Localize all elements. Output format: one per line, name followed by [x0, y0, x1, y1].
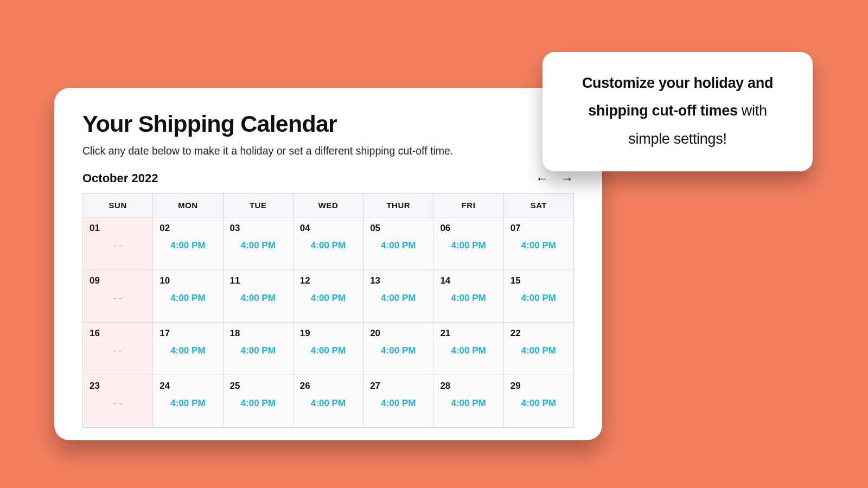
calendar-day[interactable]: 16- - — [83, 323, 153, 375]
cutoff-time: 4:00 PM — [230, 293, 286, 304]
day-number: 29 — [510, 381, 567, 391]
weekday-header: TUE — [223, 194, 293, 217]
arrow-left-icon: ← — [535, 172, 548, 185]
weekday-header: THUR — [363, 194, 433, 217]
cutoff-time: 4:00 PM — [440, 345, 496, 356]
cutoff-time: 4:00 PM — [159, 240, 216, 251]
cutoff-time: 4:00 PM — [370, 398, 426, 409]
day-number: 10 — [159, 275, 216, 286]
day-number: 17 — [159, 328, 216, 339]
month-label: October 2022 — [82, 171, 158, 185]
calendar-day[interactable]: 174:00 PM — [153, 323, 223, 375]
day-number: 02 — [159, 223, 216, 234]
day-number: 14 — [440, 275, 496, 286]
day-number: 28 — [440, 381, 496, 391]
cutoff-time: - - — [90, 398, 146, 409]
cutoff-time: - - — [90, 240, 146, 251]
cutoff-time: 4:00 PM — [440, 293, 496, 304]
cutoff-time: 4:00 PM — [510, 345, 567, 356]
cutoff-time: 4:00 PM — [440, 240, 496, 251]
calendar-day[interactable]: 09- - — [83, 270, 153, 323]
day-number: 27 — [370, 381, 426, 391]
calendar-day[interactable]: 184:00 PM — [223, 323, 293, 375]
day-number: 04 — [300, 223, 356, 234]
day-number: 24 — [159, 381, 216, 391]
calendar-day[interactable]: 034:00 PM — [223, 217, 293, 270]
day-number: 16 — [90, 328, 146, 339]
cutoff-time: 4:00 PM — [159, 398, 216, 409]
weekday-header: FRI — [433, 194, 503, 217]
feature-callout: Customize your holiday and shipping cut-… — [542, 52, 813, 171]
day-number: 18 — [230, 328, 286, 339]
cutoff-time: 4:00 PM — [370, 293, 426, 304]
calendar-day[interactable]: 01- - — [83, 217, 153, 270]
calendar-table: SUNMONTUEWEDTHURFRISAT 01- -024:00 PM034… — [82, 193, 574, 428]
cutoff-time: 4:00 PM — [230, 240, 286, 251]
arrow-right-icon: → — [560, 172, 573, 185]
calendar-day[interactable]: 064:00 PM — [433, 217, 503, 270]
cutoff-time: 4:00 PM — [300, 293, 356, 304]
calendar-day[interactable]: 124:00 PM — [293, 270, 363, 323]
calendar-day[interactable]: 274:00 PM — [363, 375, 433, 428]
month-nav-row: October 2022 ← → — [82, 171, 574, 185]
day-number: 15 — [510, 275, 567, 286]
cutoff-time: 4:00 PM — [230, 398, 286, 409]
prev-month-button[interactable]: ← — [535, 171, 549, 185]
day-number: 13 — [370, 275, 426, 286]
cutoff-time: 4:00 PM — [300, 345, 356, 356]
calendar-day[interactable]: 244:00 PM — [153, 375, 223, 428]
calendar-day[interactable]: 194:00 PM — [293, 323, 363, 375]
day-number: 09 — [90, 275, 146, 286]
day-number: 21 — [440, 328, 496, 339]
day-number: 01 — [90, 223, 146, 234]
weekday-header: SAT — [503, 194, 573, 217]
page-title: Your Shipping Calendar — [82, 111, 574, 137]
cutoff-time: 4:00 PM — [230, 345, 286, 356]
calendar-day[interactable]: 154:00 PM — [503, 270, 573, 323]
cutoff-time: 4:00 PM — [370, 240, 426, 251]
day-number: 03 — [230, 223, 286, 234]
day-number: 07 — [510, 223, 567, 234]
day-number: 20 — [370, 328, 426, 339]
day-number: 06 — [440, 223, 496, 234]
cutoff-time: 4:00 PM — [510, 293, 567, 304]
calendar-day[interactable]: 214:00 PM — [433, 323, 503, 375]
weekday-header: SUN — [83, 194, 153, 217]
calendar-day[interactable]: 264:00 PM — [293, 375, 363, 428]
calendar-day[interactable]: 284:00 PM — [433, 375, 503, 428]
weekday-header: WED — [293, 194, 363, 217]
cutoff-time: 4:00 PM — [159, 293, 216, 304]
day-number: 25 — [230, 381, 286, 391]
day-number: 05 — [370, 223, 426, 234]
next-month-button[interactable]: → — [560, 171, 574, 185]
calendar-day[interactable]: 224:00 PM — [503, 323, 573, 375]
cutoff-time: 4:00 PM — [370, 345, 426, 356]
day-number: 23 — [90, 381, 146, 391]
cutoff-time: - - — [90, 345, 146, 356]
calendar-day[interactable]: 144:00 PM — [433, 270, 503, 323]
cutoff-time: 4:00 PM — [510, 398, 567, 409]
calendar-card: Your Shipping Calendar Click any date be… — [54, 88, 602, 440]
day-number: 12 — [300, 275, 356, 286]
day-number: 22 — [510, 328, 567, 339]
day-number: 11 — [230, 275, 286, 286]
calendar-day[interactable]: 204:00 PM — [363, 323, 433, 375]
cutoff-time: 4:00 PM — [300, 398, 356, 409]
calendar-day[interactable]: 104:00 PM — [153, 270, 223, 323]
calendar-day[interactable]: 254:00 PM — [223, 375, 293, 428]
calendar-day[interactable]: 114:00 PM — [223, 270, 293, 323]
cutoff-time: 4:00 PM — [440, 398, 496, 409]
page-subtitle: Click any date below to make it a holida… — [82, 145, 574, 157]
cutoff-time: 4:00 PM — [159, 345, 216, 356]
calendar-day[interactable]: 024:00 PM — [153, 217, 223, 270]
calendar-day[interactable]: 054:00 PM — [363, 217, 433, 270]
cutoff-time: - - — [90, 293, 146, 304]
calendar-day[interactable]: 134:00 PM — [363, 270, 433, 323]
weekday-header: MON — [153, 194, 223, 217]
calendar-day[interactable]: 044:00 PM — [293, 217, 363, 270]
day-number: 26 — [300, 381, 356, 391]
calendar-day[interactable]: 294:00 PM — [503, 375, 573, 428]
cutoff-time: 4:00 PM — [510, 240, 567, 251]
calendar-day[interactable]: 074:00 PM — [503, 217, 573, 270]
calendar-day[interactable]: 23- - — [83, 375, 153, 428]
